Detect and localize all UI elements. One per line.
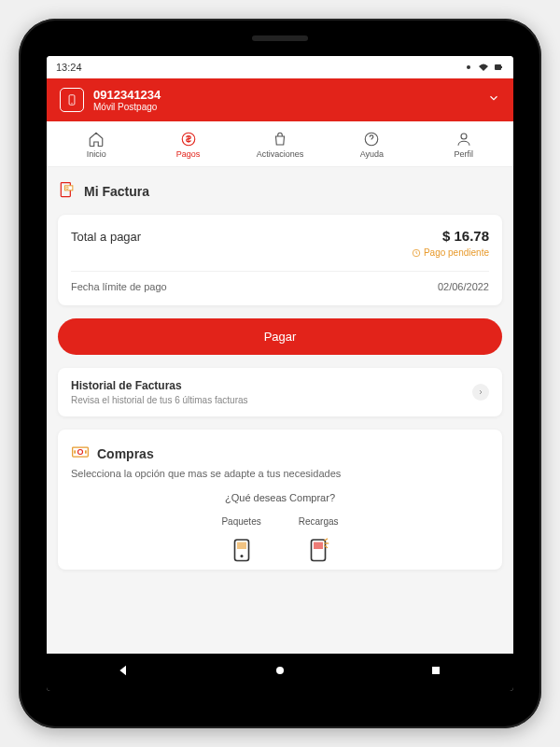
svg-point-21 [276, 667, 284, 674]
phone-icon [60, 88, 84, 112]
tab-ayuda[interactable]: Ayuda [326, 131, 417, 159]
chevron-down-icon[interactable] [487, 92, 500, 108]
battery-icon [493, 62, 504, 73]
tab-label: Ayuda [360, 149, 384, 159]
signal-icon [463, 62, 474, 73]
invoice-section-title: Mi Factura [58, 180, 502, 202]
option-label: Paquetes [221, 516, 260, 527]
tab-label: Activaciones [257, 149, 304, 159]
nav-tabs: Inicio Pagos Activaciones Ayuda Perfil [47, 121, 513, 167]
history-card[interactable]: Historial de Facturas Revisa el historia… [58, 368, 502, 416]
option-label: Recargas [299, 516, 339, 527]
svg-rect-14 [74, 450, 76, 453]
status-icons [463, 62, 504, 73]
chevron-right-icon [472, 384, 489, 401]
svg-point-0 [467, 65, 470, 69]
recargas-icon [301, 532, 335, 566]
tab-label: Inicio [87, 149, 106, 159]
account-header[interactable]: 0912341234 Móvil Postpago [47, 78, 513, 121]
main-content: Mi Factura Total a pagar $ 16.78 Pago pe… [47, 167, 513, 654]
clock-icon [412, 248, 421, 258]
tab-label: Perfil [455, 149, 474, 159]
invoice-card: Total a pagar $ 16.78 Pago pendiente Fec… [58, 215, 502, 305]
tab-inicio[interactable]: Inicio [50, 131, 142, 159]
svg-rect-2 [501, 66, 502, 68]
tab-perfil[interactable]: Perfil [418, 131, 510, 159]
svg-rect-15 [85, 450, 87, 453]
header-phone-number: 0912341234 [93, 88, 478, 102]
invoice-icon [58, 180, 77, 202]
pay-button[interactable]: Pagar [58, 318, 502, 355]
pending-status: Pago pendiente [71, 247, 489, 258]
total-label: Total a pagar [71, 230, 141, 244]
history-subtitle: Revisa el historial de tus 6 últimas fac… [71, 395, 248, 405]
nav-recent-button[interactable] [428, 663, 443, 682]
status-time: 13:24 [56, 62, 82, 73]
header-plan-name: Móvil Postpago [93, 102, 478, 112]
svg-rect-1 [495, 64, 501, 70]
nav-back-button[interactable] [117, 663, 132, 682]
compras-section-title: Compras [71, 443, 489, 464]
option-recargas[interactable]: Recargas [299, 516, 339, 566]
tab-label: Pagos [176, 149, 201, 159]
compras-card: Compras Selecciona la opción que mas se … [58, 430, 502, 570]
svg-point-4 [71, 103, 72, 104]
android-navbar [47, 654, 513, 691]
svg-point-7 [461, 134, 467, 139]
svg-point-13 [78, 450, 83, 455]
pending-label: Pago pendiente [424, 247, 489, 258]
svg-point-18 [240, 555, 243, 557]
nav-home-button[interactable] [273, 663, 287, 682]
history-title: Historial de Facturas [71, 379, 248, 392]
paquetes-icon [225, 532, 259, 566]
status-bar: 13:24 [47, 56, 513, 78]
compras-icon [71, 443, 90, 464]
svg-rect-20 [314, 543, 323, 550]
compras-question: ¿Qué deseas Comprar? [71, 492, 489, 503]
due-date: 02/06/2022 [438, 281, 489, 292]
tab-activaciones[interactable]: Activaciones [234, 131, 326, 159]
section-title-text: Compras [97, 446, 154, 461]
tab-pagos[interactable]: Pagos [142, 131, 233, 159]
svg-rect-22 [432, 667, 440, 674]
section-title-text: Mi Factura [84, 184, 149, 199]
option-paquetes[interactable]: Paquetes [221, 516, 260, 566]
total-amount: $ 16.78 [442, 228, 489, 244]
compras-subtitle: Selecciona la opción que mas se adapte a… [71, 468, 489, 479]
wifi-icon [478, 62, 489, 73]
svg-rect-17 [237, 543, 246, 550]
due-label: Fecha límite de pago [71, 281, 167, 292]
